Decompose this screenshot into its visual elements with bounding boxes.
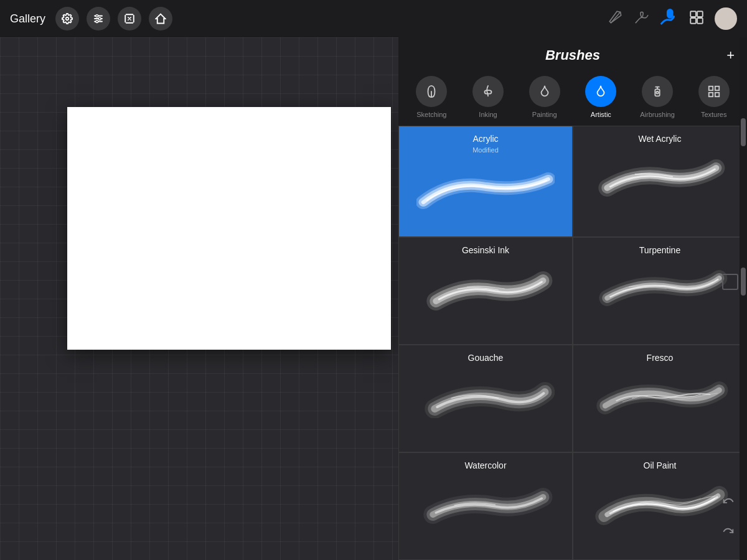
sketching-label: Sketching bbox=[416, 111, 446, 118]
brush-tool-button[interactable] bbox=[660, 8, 679, 29]
svg-rect-11 bbox=[690, 18, 696, 24]
svg-rect-8 bbox=[668, 10, 673, 18]
svg-rect-16 bbox=[708, 86, 712, 90]
adjust-button[interactable] bbox=[87, 7, 110, 30]
svg-point-4 bbox=[96, 15, 98, 17]
brush-oil-paint-name: Oil Paint bbox=[644, 460, 677, 470]
brush-panel-header: Brushes + bbox=[398, 37, 747, 73]
canvas-area bbox=[0, 0, 398, 560]
brush-acrylic-stroke bbox=[404, 159, 567, 221]
tab-inking[interactable]: Inking bbox=[460, 76, 517, 118]
svg-rect-9 bbox=[690, 11, 696, 17]
svg-rect-18 bbox=[708, 93, 712, 96]
textures-icon bbox=[698, 76, 730, 107]
settings-button[interactable] bbox=[55, 7, 79, 30]
brush-gouache[interactable]: Gouache bbox=[398, 345, 573, 452]
svg-point-6 bbox=[96, 21, 98, 23]
tab-painting[interactable]: Painting bbox=[516, 76, 573, 118]
brush-turpentine-name: Turpentine bbox=[639, 245, 680, 255]
brush-acrylic[interactable]: Acrylic Modified bbox=[398, 126, 573, 237]
transform-button[interactable] bbox=[118, 7, 141, 30]
inking-label: Inking bbox=[479, 111, 497, 118]
redo-button[interactable] bbox=[718, 521, 738, 541]
svg-rect-12 bbox=[697, 18, 703, 24]
pen-tool-button[interactable] bbox=[608, 9, 624, 28]
brush-wet-acrylic-name: Wet Acrylic bbox=[639, 134, 682, 144]
tab-textures[interactable]: Textures bbox=[685, 76, 742, 118]
brush-gesinski-ink-name: Gesinski Ink bbox=[462, 245, 509, 255]
svg-point-15 bbox=[656, 91, 659, 94]
drawing-canvas[interactable] bbox=[67, 107, 391, 350]
sketching-icon bbox=[416, 76, 447, 107]
brush-gouache-stroke bbox=[404, 365, 567, 427]
brush-fresco-stroke bbox=[578, 365, 741, 427]
toolbar-right-icons bbox=[608, 7, 737, 30]
brush-fresco[interactable]: Fresco bbox=[573, 345, 747, 452]
brush-panel-title: Brushes bbox=[545, 47, 600, 63]
painting-icon bbox=[529, 76, 560, 107]
inking-icon bbox=[472, 76, 504, 107]
svg-rect-17 bbox=[715, 86, 719, 90]
brush-watercolor[interactable]: Watercolor bbox=[398, 452, 573, 560]
tab-artistic[interactable]: Artistic bbox=[573, 76, 629, 118]
add-brush-button[interactable]: + bbox=[726, 47, 735, 63]
brush-gouache-name: Gouache bbox=[468, 353, 504, 363]
brush-turpentine-stroke bbox=[578, 258, 741, 320]
selection-button[interactable] bbox=[149, 7, 172, 30]
airbrushing-icon bbox=[642, 76, 673, 107]
svg-point-0 bbox=[66, 17, 69, 21]
scrollbar-handle-top[interactable] bbox=[741, 118, 746, 146]
svg-rect-10 bbox=[697, 11, 703, 17]
tab-airbrushing[interactable]: Airbrushing bbox=[629, 76, 686, 118]
layer-square-indicator bbox=[722, 274, 738, 290]
painting-label: Painting bbox=[532, 111, 557, 118]
brush-wet-acrylic-stroke bbox=[578, 146, 741, 208]
scrollbar-handle-bottom[interactable] bbox=[741, 268, 746, 296]
brush-acrylic-name: Acrylic bbox=[472, 134, 498, 144]
toolbar-left-icons bbox=[55, 7, 172, 30]
layers-button[interactable] bbox=[688, 9, 705, 28]
brush-gesinski-ink[interactable]: Gesinski Ink bbox=[398, 237, 573, 345]
category-tabs: Sketching Inking Painting bbox=[398, 73, 747, 126]
brush-grid: Acrylic Modified Wet A bbox=[398, 126, 747, 560]
brush-oil-paint-stroke bbox=[578, 473, 741, 535]
svg-rect-19 bbox=[715, 93, 719, 96]
brush-watercolor-stroke bbox=[404, 473, 567, 535]
brush-turpentine[interactable]: Turpentine bbox=[573, 237, 747, 345]
scrollbar-track bbox=[740, 37, 747, 560]
brush-wet-acrylic[interactable]: Wet Acrylic bbox=[573, 126, 747, 237]
user-avatar[interactable] bbox=[715, 7, 737, 30]
brush-panel: Brushes + Sketching Inking bbox=[398, 37, 747, 560]
gallery-button[interactable]: Gallery bbox=[10, 12, 45, 26]
textures-label: Textures bbox=[701, 111, 727, 118]
brush-gesinski-ink-stroke bbox=[404, 258, 567, 320]
brush-acrylic-subtitle: Modified bbox=[472, 146, 499, 154]
airbrushing-label: Airbrushing bbox=[640, 111, 675, 118]
undo-redo-group bbox=[718, 492, 738, 541]
svg-point-5 bbox=[98, 17, 101, 20]
ink-tool-button[interactable] bbox=[634, 9, 650, 28]
tab-sketching[interactable]: Sketching bbox=[403, 76, 460, 118]
artistic-label: Artistic bbox=[591, 111, 611, 118]
brush-watercolor-name: Watercolor bbox=[464, 460, 506, 470]
brush-fresco-name: Fresco bbox=[647, 353, 674, 363]
artistic-icon bbox=[585, 76, 616, 107]
top-toolbar: Gallery bbox=[0, 0, 747, 37]
undo-button[interactable] bbox=[718, 492, 738, 511]
